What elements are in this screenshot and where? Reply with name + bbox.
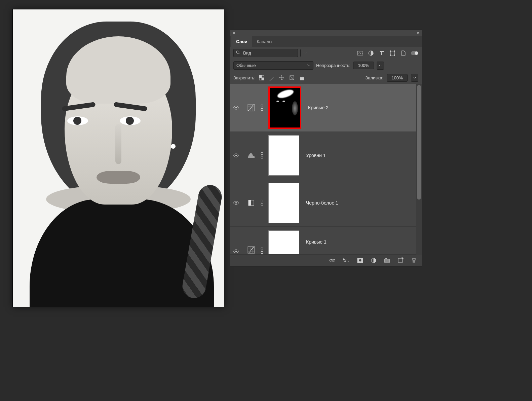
layer-name[interactable]: Черно-белое 1 [306,200,338,206]
layer-mask-thumb[interactable] [268,183,299,223]
layer-mask-thumb[interactable] [268,135,299,176]
close-icon[interactable]: × [233,30,235,36]
blend-mode-select[interactable]: Обычные [233,61,313,70]
svg-point-4 [390,50,391,51]
layers-list: Кривые 2 Уровни [230,84,416,255]
lock-move-icon[interactable] [279,75,284,80]
scrollbar-thumb[interactable] [417,85,421,199]
layer-name[interactable]: Кривые 1 [306,239,327,245]
fx-icon[interactable]: fx ⌄ [343,258,350,263]
smartobject-icon[interactable] [400,50,406,56]
search-icon [234,49,242,57]
svg-rect-10 [262,78,264,80]
filter-toggle[interactable] [411,51,418,55]
tab-channels[interactable]: Каналы [252,36,277,47]
panel-footer: fx ⌄ [230,255,422,266]
layer-row[interactable]: Уровни 1 [230,132,416,179]
layer-mask-thumb[interactable] [268,230,299,254]
svg-rect-19 [261,156,263,158]
svg-point-20 [235,202,237,204]
collapse-icon[interactable]: « [417,31,419,35]
layer-name[interactable]: Кривые 2 [308,105,329,110]
svg-rect-18 [261,152,263,155]
svg-point-17 [235,155,237,156]
layer-name[interactable]: Уровни 1 [306,153,326,158]
opacity-stepper[interactable] [377,62,384,70]
svg-point-13 [235,107,237,108]
blend-mode-value: Обычные [236,63,256,68]
blend-row: Обычные Непрозрачность: 100% [230,59,422,72]
new-layer-icon[interactable] [397,257,404,263]
svg-rect-16 [261,108,263,111]
document-canvas[interactable] [13,9,224,307]
chevron-down-icon [307,63,310,68]
opacity-label: Непрозрачность: [316,63,350,68]
curves-adjustment-icon[interactable] [247,103,256,112]
panel-menu-icon[interactable] [415,36,422,47]
chevron-down-icon[interactable] [300,49,309,57]
trash-icon[interactable] [411,257,417,263]
svg-rect-24 [261,204,263,206]
mask-icon[interactable] [357,257,363,263]
app-stage: × « Слои Каналы [0,0,532,401]
filter-icons [357,50,418,56]
layers-list-container: Кривые 2 Уровни [230,84,422,255]
mask-link-icon[interactable] [259,247,265,254]
canvas-image [13,9,224,307]
fill-label: Заливка: [365,75,383,80]
svg-rect-9 [259,75,262,78]
svg-rect-34 [398,258,403,262]
layer-kind-input[interactable] [242,49,300,57]
mask-link-icon[interactable] [259,199,265,207]
svg-rect-27 [261,248,263,250]
panel-tabs: Слои Каналы [230,36,422,47]
svg-point-32 [359,259,362,262]
layer-mask-thumb[interactable] [268,86,301,129]
bw-adjustment-icon[interactable] [247,198,256,207]
svg-rect-3 [390,51,394,55]
svg-rect-23 [261,200,263,202]
filter-row [230,47,422,59]
shape-icon[interactable] [389,50,395,56]
lock-all-icon[interactable] [299,75,305,80]
image-icon[interactable] [357,50,363,56]
visibility-toggle[interactable] [232,152,240,158]
visibility-toggle[interactable] [232,200,240,206]
svg-point-5 [394,50,395,51]
link-icon[interactable] [329,257,335,263]
svg-point-6 [390,54,391,56]
lock-frame-icon[interactable] [289,75,295,80]
visibility-toggle[interactable] [232,105,240,111]
group-icon[interactable] [384,257,390,263]
svg-rect-28 [261,251,263,254]
svg-rect-29 [330,259,332,261]
lock-row: Закрепить: Заливка: 100% [230,72,422,84]
curves-adjustment-icon[interactable] [247,246,256,254]
opacity-value[interactable]: 100% [353,62,374,69]
contrast-icon[interactable] [368,50,374,56]
panel-titlebar: × « [230,30,422,36]
layers-panel: × « Слои Каналы [230,30,422,266]
svg-point-0 [236,51,239,53]
layer-row[interactable]: Кривые 1 [230,227,416,255]
fill-stepper[interactable] [411,74,418,82]
fill-value[interactable]: 100% [387,74,408,82]
lock-brush-icon[interactable] [269,75,274,80]
tab-layers[interactable]: Слои [231,36,252,47]
layer-kind-select[interactable] [233,49,298,57]
text-icon[interactable] [379,50,385,56]
visibility-toggle[interactable] [232,248,240,254]
svg-rect-15 [261,105,263,107]
levels-adjustment-icon[interactable] [247,151,256,160]
mask-link-icon[interactable] [259,152,265,159]
svg-rect-22 [249,200,251,206]
adjustment-icon[interactable] [371,257,377,263]
layer-row[interactable]: Черно-белое 1 [230,179,416,227]
svg-rect-30 [333,259,335,261]
lock-icons [259,75,305,80]
layer-row[interactable]: Кривые 2 [230,84,416,132]
lock-transparency-icon[interactable] [259,75,264,80]
layers-scrollbar[interactable] [416,84,422,255]
svg-point-25 [235,251,237,252]
mask-link-icon[interactable] [259,104,265,111]
